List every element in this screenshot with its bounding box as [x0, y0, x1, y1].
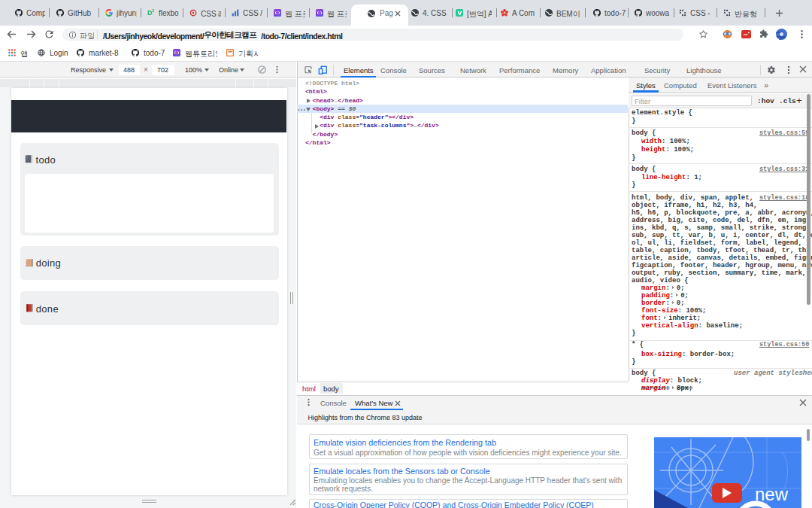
svg-text:new: new — [755, 484, 789, 504]
